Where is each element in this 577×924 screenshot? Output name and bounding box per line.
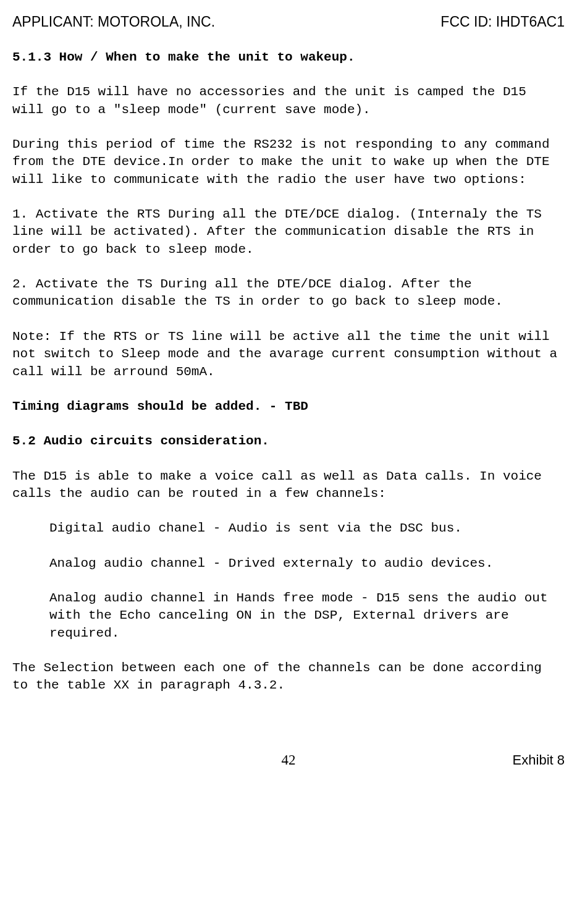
body-paragraph: During this period of time the RS232 is …	[12, 136, 565, 189]
exhibit-label: Exhibit 8	[382, 751, 565, 769]
body-paragraph: 1. Activate the RTS During all the DTE/D…	[12, 206, 565, 258]
list-item: Digital audio chanel - Audio is sent via…	[49, 520, 565, 537]
page-footer: 42 Exhibit 8	[12, 750, 565, 769]
body-paragraph: If the D15 will have no accessories and …	[12, 83, 565, 119]
applicant-label: APPLICANT: MOTOROLA, INC.	[12, 12, 215, 32]
section-5-2-heading: 5.2 Audio circuits consideration.	[12, 433, 565, 450]
body-paragraph: 2. Activate the TS During all the DTE/DC…	[12, 276, 565, 311]
section-5-1-3-heading: 5.1.3 How / When to make the unit to wak…	[12, 49, 565, 66]
body-paragraph: The D15 is able to make a voice call as …	[12, 468, 565, 503]
list-item: Analog audio channel - Drived externaly …	[49, 555, 565, 572]
body-paragraph: Note: If the RTS or TS line will be acti…	[12, 328, 565, 381]
timing-tbd-note: Timing diagrams should be added. - TBD	[12, 398, 565, 415]
audio-channel-list: Digital audio chanel - Audio is sent via…	[49, 520, 565, 642]
fcc-id: FCC ID: IHDT6AC1	[440, 12, 565, 32]
page-header: APPLICANT: MOTOROLA, INC. FCC ID: IHDT6A…	[12, 12, 565, 32]
page-number: 42	[197, 750, 379, 769]
list-item: Analog audio channel in Hands free mode …	[49, 590, 565, 642]
body-paragraph: The Selection between each one of the ch…	[12, 659, 565, 695]
